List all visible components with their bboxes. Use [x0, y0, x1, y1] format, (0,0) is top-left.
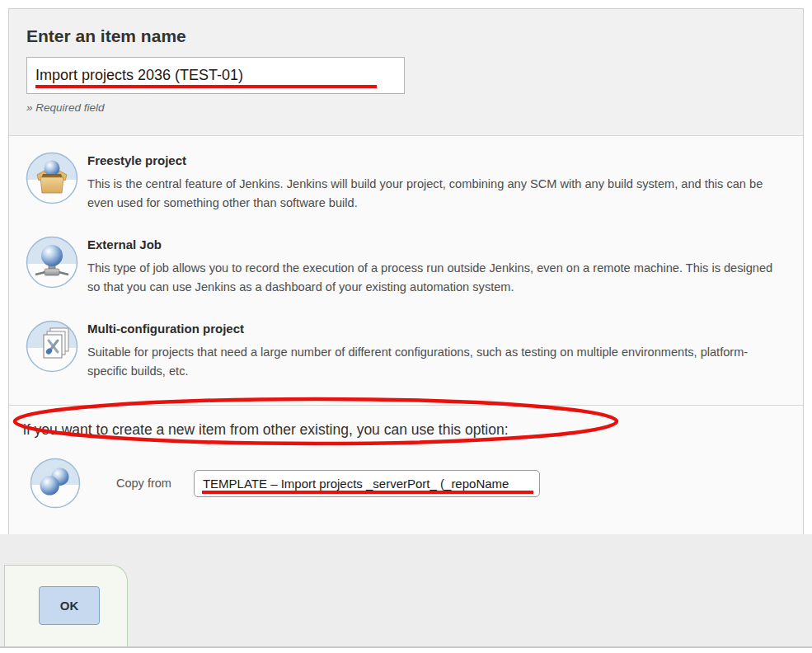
item-type-row-external-job[interactable]: External Job This type of job allows you…	[26, 236, 778, 308]
item-type-title: Freestyle project	[87, 153, 778, 167]
required-field-note: » Required field	[26, 101, 786, 114]
item-name-input[interactable]	[26, 57, 405, 94]
item-type-description: Suitable for projects that need a large …	[87, 343, 778, 380]
footer-strip: OK	[0, 534, 812, 648]
item-type-title: External Job	[87, 237, 778, 251]
page-title: Enter an item name	[26, 26, 786, 46]
item-type-row-multi-configuration[interactable]: Multi-configuration project Suitable for…	[26, 320, 778, 392]
item-type-description: This type of job allows you to record th…	[87, 259, 778, 296]
copy-from-icon	[30, 458, 81, 509]
item-type-list: Freestyle project This is the central fe…	[9, 136, 803, 405]
copy-from-hint: if you want to create a new item from ot…	[23, 421, 803, 439]
external-job-icon	[26, 236, 78, 289]
item-type-title: Multi-configuration project	[87, 322, 778, 336]
ok-button[interactable]: OK	[39, 586, 100, 625]
item-type-row-freestyle[interactable]: Freestyle project This is the central fe…	[26, 152, 778, 224]
freestyle-project-icon	[26, 152, 78, 204]
copy-from-input[interactable]	[194, 470, 540, 497]
copy-from-section: if you want to create a new item from ot…	[9, 405, 803, 535]
copy-from-label: Copy from	[116, 477, 171, 490]
ok-panel: OK	[4, 565, 128, 646]
new-item-panel: Enter an item name » Required field Free…	[8, 8, 804, 534]
item-type-description: This is the central feature of Jenkins. …	[87, 175, 778, 212]
multi-configuration-icon	[26, 320, 78, 373]
item-name-section: Enter an item name » Required field	[9, 9, 803, 136]
